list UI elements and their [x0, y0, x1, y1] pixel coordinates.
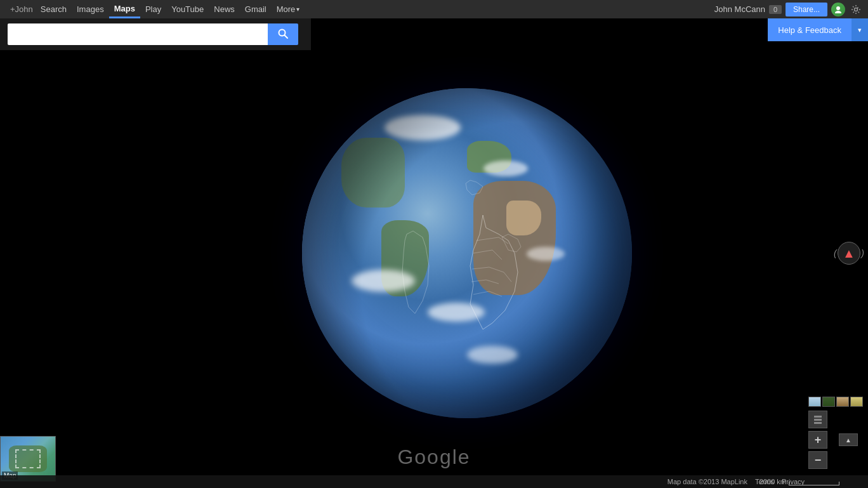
settings-icon[interactable]	[849, 3, 863, 16]
nav-gmail[interactable]: Gmail	[240, 0, 272, 18]
zoom-out-button[interactable]: −	[808, 451, 827, 469]
notification-badge[interactable]: 0	[769, 5, 782, 14]
svg-rect-6	[814, 419, 822, 421]
svg-rect-7	[814, 422, 822, 424]
compass-right-paren: )	[861, 248, 864, 258]
nav-images[interactable]: Images	[72, 0, 109, 18]
svg-point-2	[855, 8, 858, 11]
terrain-type-thumbnail[interactable]	[836, 397, 849, 407]
satellite-type-thumbnail[interactable]	[822, 397, 835, 407]
more-dropdown-arrow: ▾	[296, 6, 299, 13]
expand-button[interactable]: ▲	[839, 433, 858, 446]
copyright-text: Map data ©2013 MapLink	[667, 478, 747, 485]
compass-control[interactable]: ( ▲ )	[838, 242, 860, 265]
globe-shadow	[302, 88, 632, 418]
compass-arrow-icon: ▲	[843, 247, 855, 260]
chevron-down-icon: ▾	[858, 26, 862, 34]
search-input[interactable]	[8, 23, 268, 45]
scale-bar: 2000 km	[760, 478, 839, 485]
map-type-thumbnail[interactable]	[808, 397, 821, 407]
svg-line-4	[285, 35, 288, 38]
nav-maps[interactable]: Maps	[109, 0, 140, 18]
layers-icon	[813, 414, 823, 425]
map-type-button[interactable]	[808, 411, 827, 428]
help-feedback-button[interactable]: Help & Feedback	[768, 18, 852, 41]
earth-globe	[302, 88, 632, 418]
user-name[interactable]: John McCann	[714, 4, 765, 14]
compass-left-paren: (	[834, 248, 837, 258]
search-icon	[277, 28, 289, 41]
scale-label: 2000 km	[760, 478, 786, 485]
scale-line	[789, 482, 839, 485]
zoom-in-button[interactable]: +	[808, 431, 827, 449]
compass-ring: ▲	[838, 242, 860, 265]
street-type-thumbnail[interactable]	[850, 397, 863, 407]
nav-right: John McCann 0 Share...	[714, 3, 863, 16]
minimap-viewport-indicator	[15, 449, 41, 468]
nav-search[interactable]: Search	[36, 0, 72, 18]
nav-more[interactable]: More ▾	[272, 0, 305, 18]
share-button[interactable]: Share...	[786, 3, 827, 16]
svg-point-1	[835, 11, 841, 13]
map-area[interactable]: Google ( ▲ ) + − ▲	[0, 18, 868, 488]
nav-news[interactable]: News	[209, 0, 240, 18]
nav-plus-john[interactable]: +John	[5, 0, 36, 18]
map-controls: + − ▲	[808, 397, 863, 469]
chevron-up-icon: ▲	[845, 437, 852, 444]
bottom-bar: Map data ©2013 MapLink Terms Privacy 200…	[0, 475, 868, 488]
globe-sphere	[302, 88, 632, 418]
help-feedback-container: Help & Feedback ▾	[768, 18, 868, 41]
topbar: +John Search Images Maps Play YouTube Ne…	[0, 0, 868, 18]
svg-point-0	[836, 6, 840, 10]
google-branding: Google	[397, 445, 470, 469]
nav-play[interactable]: Play	[140, 0, 166, 18]
nav-youtube[interactable]: YouTube	[166, 0, 209, 18]
search-button[interactable]	[268, 23, 298, 45]
layer-thumbnails	[808, 397, 863, 407]
help-feedback-dropdown[interactable]: ▾	[852, 18, 868, 41]
svg-rect-5	[814, 416, 822, 418]
user-avatar-icon	[831, 3, 845, 16]
search-bar-row	[0, 18, 311, 50]
person-icon	[834, 6, 842, 13]
